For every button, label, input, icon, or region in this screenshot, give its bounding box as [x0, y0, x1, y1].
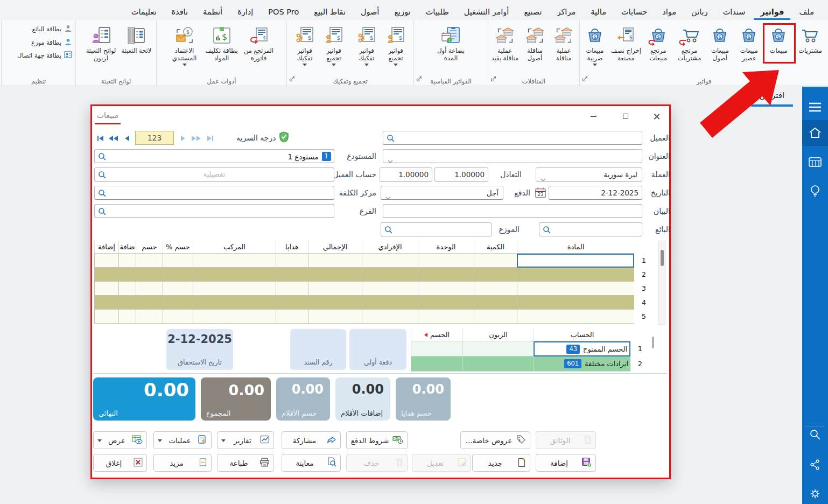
grid-cell[interactable]	[362, 282, 418, 296]
special-offers-button[interactable]: $ عروض خاصة...	[460, 431, 530, 449]
grid-cell[interactable]	[94, 268, 118, 282]
grid-cell[interactable]	[118, 268, 136, 282]
address-combobox[interactable]	[383, 149, 642, 163]
delete-button[interactable]: حذف	[346, 454, 408, 472]
col-customer[interactable]: الزبون	[462, 328, 534, 341]
grid-cell[interactable]	[163, 282, 193, 296]
share-button[interactable]: مشاركة	[282, 431, 341, 449]
grid-cell[interactable]	[94, 296, 118, 310]
menu-tab-file[interactable]: ملف	[792, 3, 820, 20]
opening-goods-button[interactable]: 1 بضاعة أول المدة	[431, 22, 471, 62]
grid-cell[interactable]	[163, 310, 193, 324]
grid-cell[interactable]	[118, 310, 136, 324]
grid-cell[interactable]	[474, 310, 517, 324]
edit-button[interactable]: تعديل	[412, 454, 471, 472]
menu-tab-manufacturing[interactable]: تصنيع	[517, 3, 548, 20]
grid-cell[interactable]	[136, 254, 163, 268]
nav-fast-forward-button[interactable]	[190, 132, 202, 145]
grid-cell[interactable]	[136, 296, 163, 310]
col-account[interactable]: الحساب	[534, 328, 630, 341]
disassembly-invoices-button[interactable]: $ فواتير تفكيك	[352, 22, 381, 66]
menu-tab-window[interactable]: نافذة	[165, 3, 194, 20]
grid-cell[interactable]	[517, 268, 634, 282]
col-total[interactable]: الإجمالي	[308, 241, 362, 253]
record-number-input[interactable]	[135, 131, 174, 145]
grid-cell[interactable]	[136, 310, 163, 324]
menu-tab-accounts[interactable]: حسابات	[615, 3, 654, 20]
nav-previous-record-button[interactable]	[121, 132, 133, 145]
customer-account-input[interactable]: تفصيلية	[94, 167, 334, 181]
col-compound[interactable]: المركب	[193, 241, 276, 253]
juice-sales-button[interactable]: $ مبيعات عصير	[734, 22, 763, 62]
nav-first-record-button[interactable]	[94, 132, 106, 145]
documents-button[interactable]: الوثائق	[536, 431, 596, 449]
grid-cell[interactable]	[362, 310, 418, 324]
operations-button[interactable]: عمليات	[153, 431, 212, 449]
col-quantity[interactable]: الكمية	[474, 241, 517, 253]
statement-input[interactable]	[383, 204, 642, 218]
grid-cell[interactable]	[474, 254, 517, 268]
date-input[interactable]: 2-12-2025	[549, 186, 642, 200]
grid-cell[interactable]	[163, 296, 193, 310]
scrollbar-thumb[interactable]	[661, 250, 664, 266]
col-addition-cut[interactable]: ضافة	[118, 241, 136, 253]
calendar-icon[interactable]	[802, 149, 828, 175]
menu-tab-assets[interactable]: أصول	[354, 3, 385, 20]
parity-input-1[interactable]: 1.00000	[434, 167, 488, 181]
items-grid-scrollbar[interactable]	[658, 241, 665, 325]
privacy-level-control[interactable]: درجة السرية	[236, 131, 289, 145]
customer-input[interactable]	[383, 131, 642, 145]
grid-cell[interactable]	[136, 282, 163, 296]
grid-cell[interactable]	[94, 310, 118, 324]
close-button[interactable]: إغلاق	[93, 454, 147, 472]
grid-cell[interactable]	[193, 254, 276, 268]
menu-tab-work-orders[interactable]: أوامر التشغيل	[458, 3, 516, 20]
dialog-tab-sales[interactable]: مبيعات	[95, 109, 121, 124]
grid-cell[interactable]	[163, 268, 193, 282]
grid-cell[interactable]	[362, 254, 418, 268]
menu-tab-finance[interactable]: مالية	[584, 3, 613, 20]
home-icon[interactable]	[802, 120, 828, 146]
grid-cell[interactable]	[193, 282, 276, 296]
transfer-operation-button[interactable]: عملية مناقلة	[549, 22, 578, 62]
grid-cell[interactable]	[418, 282, 474, 296]
material-cost-card-button[interactable]: $ بطاقة تكليف المواد	[202, 22, 241, 62]
grid-cell[interactable]	[193, 310, 276, 324]
menu-tab-administration[interactable]: إدارة	[231, 3, 259, 20]
payment-combobox[interactable]: آجل	[381, 186, 503, 200]
grid-cell[interactable]	[517, 282, 634, 296]
print-button[interactable]: طباعة	[217, 454, 274, 472]
view-button[interactable]: عرض	[93, 431, 147, 449]
grid-cell[interactable]	[118, 282, 136, 296]
semi-finished-output-button[interactable]: $ إخراج نصف مصنعة	[609, 22, 643, 62]
grid-cell[interactable]	[474, 268, 517, 282]
col-material[interactable]: المادة	[517, 241, 634, 253]
grid-cell[interactable]	[474, 296, 517, 310]
grid-cell[interactable]	[517, 310, 634, 324]
col-discount[interactable]: حسم	[136, 241, 163, 253]
warehouse-input[interactable]: 1مستودع 1	[94, 149, 334, 163]
parity-input-2[interactable]: 1.00000	[380, 167, 432, 181]
grid-cell[interactable]	[308, 268, 362, 282]
menu-tab-pos-pro[interactable]: POS Pro	[262, 3, 305, 20]
menu-tab-orders[interactable]: طلبيات	[419, 3, 455, 20]
col-discount-percent[interactable]: حسم %	[163, 241, 193, 253]
menu-tab-vouchers[interactable]: سندات	[717, 3, 752, 20]
assembly-invoices-button-2[interactable]: $ فواتير تجميع	[319, 22, 348, 66]
more-button[interactable]: مزيد	[153, 454, 212, 472]
grid-cell[interactable]	[276, 268, 308, 282]
purchases-button[interactable]: مشتريات	[794, 22, 827, 55]
packing-list-button[interactable]: لائحة التعبئة	[122, 22, 152, 55]
asset-transfer-button[interactable]: مناقلة أصول	[521, 22, 550, 62]
return-from-invoice-button[interactable]: $ المرتجع من فاتورة	[241, 22, 277, 62]
grid-cell[interactable]	[418, 254, 474, 268]
grid-cell[interactable]	[276, 296, 308, 310]
branch-input[interactable]	[94, 204, 334, 218]
account-cell[interactable]: الحسم الممنوح43	[534, 341, 630, 356]
grid-cell[interactable]	[193, 268, 276, 282]
hamburger-menu-icon[interactable]	[802, 94, 828, 120]
new-button[interactable]: جديد	[472, 454, 530, 472]
customer-cell[interactable]	[462, 356, 534, 372]
dialog-launcher-icon[interactable]	[289, 74, 295, 84]
close-window-button[interactable]	[651, 111, 663, 121]
